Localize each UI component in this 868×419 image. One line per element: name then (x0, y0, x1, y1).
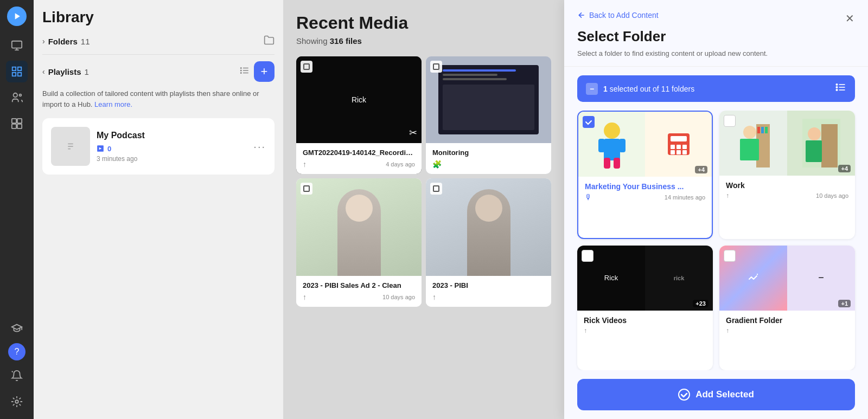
folder-card-info-rick: Rick Videos ↑ (577, 311, 713, 340)
deselect-icon[interactable]: − (586, 83, 598, 95)
folders-label[interactable]: Folders (48, 37, 78, 46)
svg-rect-37 (604, 158, 610, 169)
upload-icon-3: ↑ (303, 293, 307, 301)
list-toggle-icon[interactable] (835, 82, 846, 95)
folder-checkbox-gradient[interactable] (724, 250, 736, 262)
media-time-1: 4 days ago (386, 161, 415, 167)
svg-point-18 (241, 68, 242, 69)
add-selected-label: Add Selected (695, 389, 754, 400)
svg-rect-53 (740, 139, 759, 160)
sidebar-item-users[interactable] (6, 87, 28, 108)
list-view-icon[interactable] (240, 66, 250, 78)
folder-meta-marketing: 🎙 14 minutes ago (585, 193, 705, 202)
tools-icon-1: ✂ (409, 127, 417, 139)
svg-rect-38 (614, 158, 620, 169)
folder-checkbox-rick[interactable] (582, 250, 593, 262)
folder-checkbox-work[interactable] (724, 115, 736, 127)
media-checkbox-1[interactable] (301, 61, 312, 73)
add-playlist-button[interactable]: + (254, 61, 275, 82)
svg-rect-44 (671, 150, 675, 154)
learn-more-link[interactable]: Learn more. (94, 100, 132, 108)
folder-card-gradient[interactable]: − +1 Gradient Folder ↑ (719, 246, 855, 371)
playlist-description: Build a collection of tailored content w… (42, 88, 275, 109)
folder-card-rick[interactable]: Rick rick +23 Rick Videos ↑ (577, 246, 713, 371)
close-button[interactable]: ✕ (842, 11, 857, 26)
svg-rect-43 (682, 145, 687, 149)
svg-point-32 (836, 89, 838, 91)
media-actions-3: ↑ 10 days ago (303, 293, 415, 301)
svg-rect-46 (682, 150, 687, 154)
sidebar-item-library[interactable] (6, 61, 28, 82)
sidebar-item-settings[interactable] (6, 391, 28, 412)
upload-icon-work: ↑ (726, 192, 729, 199)
media-item-1[interactable]: Rick ✂ GMT20220419-140142_Recordin... ↑ … (296, 56, 422, 174)
library-title: Library (42, 9, 275, 26)
media-checkbox-2[interactable] (430, 61, 442, 73)
podcast-icon-marketing: 🎙 (585, 193, 592, 202)
svg-rect-5 (12, 73, 16, 76)
folder-time-marketing: 14 minutes ago (665, 194, 705, 201)
sidebar-item-apps[interactable] (6, 113, 28, 134)
playlists-label[interactable]: Playlists (48, 67, 81, 76)
playlists-header-left: ‹ Playlists 1 (42, 67, 89, 76)
svg-rect-45 (676, 150, 681, 154)
playlist-count: 0 (107, 145, 111, 153)
media-info-4: 2023 - PIBI ↑ (426, 276, 551, 307)
svg-rect-4 (18, 67, 21, 70)
folder-card-marketing[interactable]: +4 Marketing Your Business ... 🎙 14 minu… (577, 111, 713, 239)
folder-extra-count-gradient: +1 (838, 300, 851, 307)
playlist-name: My Podcast (97, 131, 247, 140)
svg-point-30 (836, 84, 838, 86)
svg-rect-36 (619, 139, 626, 152)
playlist-meta: 0 (97, 145, 247, 153)
selected-count: 1 (603, 85, 608, 93)
add-selected-button[interactable]: Add Selected (577, 379, 855, 410)
svg-point-59 (679, 389, 690, 400)
svg-rect-24 (433, 64, 439, 69)
media-actions-4: ↑ (432, 293, 545, 301)
playlist-more-button[interactable]: ··· (253, 140, 266, 153)
sidebar-item-notifications[interactable] (6, 365, 28, 386)
select-folder-title: Select Folder (577, 28, 855, 45)
svg-rect-50 (761, 127, 764, 133)
sidebar-item-education[interactable] (6, 317, 28, 339)
sidebar-item-playlist[interactable] (6, 35, 28, 56)
folder-meta-work: ↑ 10 days ago (726, 192, 848, 199)
media-item-2[interactable]: Monitoring 🧩 (426, 56, 551, 174)
upload-icon-1: ↑ (303, 160, 307, 169)
folder-images-work: +4 (719, 111, 855, 176)
folder-icon[interactable] (264, 35, 275, 48)
svg-rect-35 (598, 139, 605, 152)
media-item-4[interactable]: 2023 - PIBI ↑ (426, 178, 551, 307)
svg-line-13 (12, 371, 13, 372)
media-item-3[interactable]: 2023 - PIBI Sales Ad 2 - Clean ↑ 10 days… (296, 178, 422, 307)
select-folder-desc: Select a folder to find existing content… (577, 49, 855, 57)
folder-card-work[interactable]: +4 Work ↑ 10 days ago (719, 111, 855, 239)
folders-chevron[interactable]: › (42, 37, 45, 46)
folder-name-rick: Rick Videos (584, 316, 706, 325)
media-name-4: 2023 - PIBI (432, 281, 545, 289)
playlists-header: ‹ Playlists 1 + (42, 61, 275, 82)
media-checkbox-3[interactable] (301, 183, 312, 195)
folders-header-left: › Folders 11 (42, 37, 90, 46)
folder-meta-gradient: ↑ (726, 327, 848, 334)
svg-rect-42 (676, 145, 681, 149)
svg-rect-11 (12, 124, 16, 128)
app-logo[interactable] (7, 7, 27, 26)
svg-rect-10 (17, 119, 22, 123)
media-checkbox-4[interactable] (430, 183, 442, 195)
folder-card-info-marketing: Marketing Your Business ... 🎙 14 minutes… (578, 177, 712, 207)
svg-rect-58 (757, 274, 758, 275)
media-overlay-text-1: Rick (352, 95, 366, 104)
playlists-chevron[interactable]: ‹ (42, 67, 45, 76)
selection-text: 1 selected out of 11 folders (603, 85, 694, 93)
right-panel-header: Back to Add Content Select Folder Select… (564, 0, 868, 67)
back-to-add-content-link[interactable]: Back to Add Content (577, 11, 855, 20)
svg-rect-12 (17, 124, 22, 128)
sidebar-item-help[interactable]: ? (8, 343, 25, 360)
folder-extra-count-rick: +23 (693, 300, 709, 307)
svg-rect-26 (433, 186, 439, 191)
playlist-card[interactable]: My Podcast 0 3 minutes ago ··· (42, 118, 275, 175)
folder-checkbox-marketing[interactable] (583, 116, 595, 128)
playlists-actions: + (240, 61, 275, 82)
